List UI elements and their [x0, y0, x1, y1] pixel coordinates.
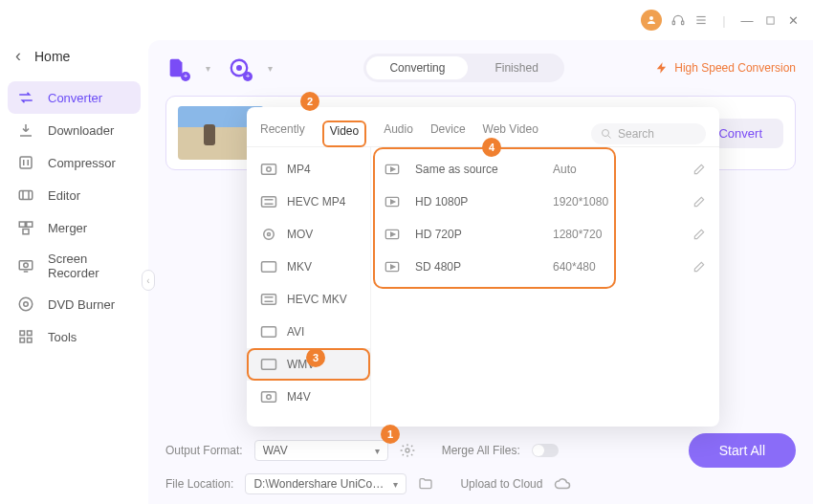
chevron-down-icon[interactable]: ▾	[268, 63, 273, 74]
cloud-icon[interactable]	[554, 475, 571, 493]
svg-point-13	[24, 263, 29, 268]
sidebar-item-downloader[interactable]: Downloader	[8, 114, 141, 146]
screen-icon	[17, 257, 34, 274]
sidebar-item-label: Merger	[48, 221, 87, 235]
output-format-select[interactable]: WAV ▾	[254, 440, 388, 461]
svg-rect-11	[23, 230, 29, 234]
svg-rect-18	[20, 339, 25, 343]
sidebar-item-converter[interactable]: Converter	[8, 81, 141, 114]
add-file-button[interactable]: +	[165, 56, 188, 79]
tab-device[interactable]: Device	[430, 122, 466, 145]
settings-icon[interactable]	[400, 443, 415, 458]
menu-icon[interactable]	[694, 13, 708, 27]
sidebar-item-compressor[interactable]: Compressor	[8, 146, 141, 179]
svg-rect-19	[28, 339, 33, 343]
sidebar-header: ‹ Home	[8, 40, 141, 81]
close-button[interactable]: ✕	[786, 13, 800, 28]
sidebar-item-editor[interactable]: Editor	[8, 179, 141, 211]
format-search[interactable]: Search	[591, 123, 706, 144]
edit-icon[interactable]	[692, 163, 706, 176]
minimize-button[interactable]: —	[740, 13, 754, 28]
add-dvd-button[interactable]: +	[228, 56, 251, 79]
sidebar-item-label: Editor	[48, 188, 80, 203]
converter-icon	[17, 89, 34, 106]
edit-icon[interactable]	[692, 195, 706, 208]
sidebar-item-merger[interactable]: Merger	[8, 211, 141, 244]
format-label: AVI	[287, 325, 304, 339]
start-all-button[interactable]: Start All	[689, 433, 796, 468]
format-label: HEVC MKV	[287, 293, 347, 306]
format-mp4[interactable]: MP4	[247, 153, 370, 186]
maximize-button[interactable]	[763, 15, 777, 26]
sidebar-collapse-handle[interactable]: ‹	[142, 270, 155, 291]
edit-icon[interactable]	[692, 260, 706, 274]
user-avatar[interactable]	[641, 10, 662, 31]
format-hevc-mkv[interactable]: HEVC MKV	[247, 283, 370, 316]
tools-icon	[17, 328, 34, 345]
svg-point-31	[268, 233, 271, 236]
format-label: MOV	[287, 228, 313, 241]
svg-rect-27	[262, 164, 276, 175]
file-location-label: File Location:	[165, 477, 233, 491]
tab-converting[interactable]: Converting	[366, 56, 468, 79]
plus-icon: +	[181, 72, 190, 81]
svg-marker-43	[391, 232, 395, 236]
tab-audio[interactable]: Audio	[384, 122, 413, 145]
video-icon	[260, 195, 277, 208]
svg-marker-45	[391, 265, 395, 269]
svg-rect-36	[262, 392, 276, 403]
res-name: HD 1080P	[415, 195, 539, 208]
tab-recently[interactable]: Recently	[260, 122, 305, 145]
res-1080p[interactable]: HD 1080P1920*1080	[381, 186, 710, 218]
tab-finished[interactable]: Finished	[472, 56, 560, 79]
headset-icon[interactable]	[671, 12, 685, 28]
search-placeholder: Search	[618, 127, 654, 141]
svg-point-15	[24, 302, 29, 307]
home-label: Home	[34, 49, 70, 64]
output-format-label: Output Format:	[165, 444, 243, 457]
format-hevc-mp4[interactable]: HEVC MP4	[247, 186, 370, 218]
svg-rect-1	[672, 21, 674, 25]
svg-rect-17	[28, 331, 33, 336]
format-mkv[interactable]: MKV	[247, 251, 370, 283]
svg-rect-12	[19, 261, 33, 270]
edit-icon[interactable]	[692, 228, 706, 241]
sidebar-item-label: Screen Recorder	[48, 252, 131, 280]
download-icon	[17, 121, 34, 139]
format-m4v[interactable]: M4V	[247, 381, 370, 413]
sidebar-item-tools[interactable]: Tools	[8, 320, 141, 353]
sidebar-item-screen-recorder[interactable]: Screen Recorder	[8, 244, 141, 288]
format-label: MKV	[287, 260, 312, 274]
back-icon[interactable]: ‹	[15, 46, 21, 66]
divider-icon: |	[717, 13, 731, 28]
editor-icon	[17, 186, 34, 204]
res-720p[interactable]: HD 720P1280*720	[381, 218, 710, 251]
format-mov[interactable]: MOV	[247, 218, 370, 251]
format-label: HEVC MP4	[287, 195, 345, 208]
res-name: HD 720P	[415, 228, 539, 241]
merge-toggle[interactable]	[532, 444, 559, 457]
res-480p[interactable]: SD 480P640*480	[381, 251, 710, 283]
format-avi[interactable]: AVI	[247, 316, 370, 348]
svg-point-26	[603, 129, 609, 136]
sidebar: ‹ Home Converter Downloader Compressor E…	[0, 40, 148, 504]
folder-icon[interactable]	[418, 476, 433, 492]
resolution-list: Same as sourceAuto HD 1080P1920*1080 HD …	[371, 147, 719, 427]
svg-rect-29	[262, 197, 276, 208]
chevron-down-icon[interactable]: ▾	[206, 63, 210, 74]
sidebar-item-dvd-burner[interactable]: DVD Burner	[8, 288, 141, 320]
svg-rect-8	[19, 191, 33, 200]
res-same-as-source[interactable]: Same as sourceAuto	[381, 153, 710, 186]
file-location-select[interactable]: D:\Wondershare UniConverter 1 ▾	[245, 473, 406, 494]
tab-video[interactable]: Video	[322, 121, 366, 147]
res-name: Same as source	[415, 163, 539, 176]
video-icon	[260, 325, 277, 339]
svg-rect-32	[262, 262, 276, 273]
plus-icon: +	[243, 72, 253, 81]
callout-2: 2	[300, 92, 319, 111]
high-speed-toggle[interactable]: High Speed Conversion	[655, 61, 796, 75]
svg-rect-6	[766, 16, 773, 23]
title-bar: | — ✕	[0, 0, 813, 40]
upload-label: Upload to Cloud	[460, 477, 542, 491]
video-icon	[260, 390, 277, 404]
